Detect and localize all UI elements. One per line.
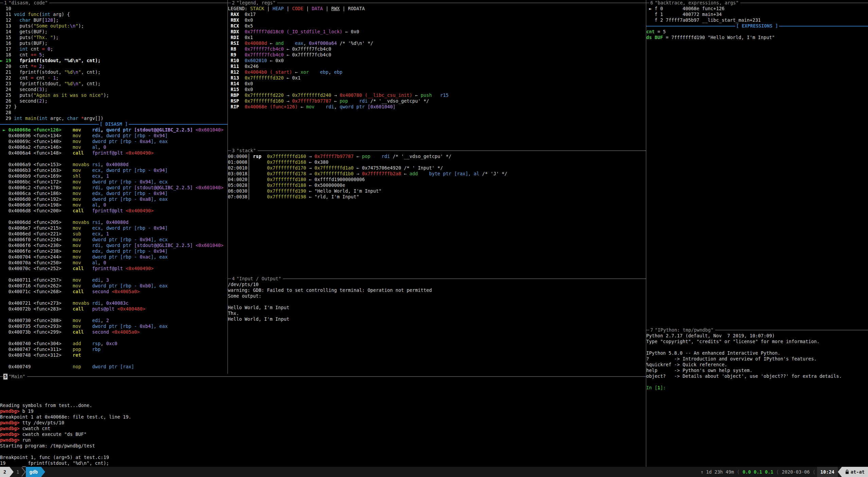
text-segment: ]: [165, 225, 167, 231]
expressions-section-divider: [ EXPRESSIONS ]: [646, 23, 868, 29]
text-segment: ret: [73, 352, 81, 358]
pane-stack[interactable]: 3"stack" 00:0000│ rsp 0x7fffffffd160 → 0…: [228, 148, 646, 276]
text-segment: 2: [106, 318, 109, 323]
text-segment: ]: [165, 133, 167, 138]
pane-title: "backtrace, expressions, args": [655, 0, 739, 6]
text-segment: [36, 52, 39, 57]
text-segment: 0x0: [245, 81, 253, 86]
text-segment: edx, dword ptr [rbp -: [92, 191, 154, 196]
text-segment: , cnt);: [81, 69, 101, 75]
text-segment: 0x40068e (func+126): [245, 104, 297, 109]
text-segment: 0x40070a <func+250>: [0, 260, 73, 265]
text-segment: Type "copyright", "credits" or "license"…: [646, 339, 819, 344]
text-segment: ,: [101, 277, 106, 283]
pane-disasm-code[interactable]: 1"disasm, code" 10 11 void func(int arg)…: [0, 0, 228, 374]
terminal-line: pwndbg> cwatch execute "ds BUF": [0, 431, 646, 437]
terminal-line: 15 puts("Thx. ");: [0, 35, 228, 40]
text-segment: ← 0x7475706e4920 /* ' Input' */: [354, 165, 443, 171]
backtrace-listing: ► f 0 40068e func+126 f 1 400772 main+34…: [646, 6, 868, 23]
text-segment: [stdout@@GLIBC_2.2.5]: [134, 127, 193, 132]
pane-border-vertical-left[interactable]: [228, 0, 228, 374]
text-segment: 0x40070c <func+252>: [0, 266, 73, 271]
text-segment: 0x40080d: [106, 219, 129, 225]
terminal-line: RSI 0x40080d ← and eax, 0x4f000a64 /* '%…: [228, 40, 646, 46]
text-segment: <0x400490>: [126, 150, 153, 156]
text-segment: rsp: [253, 154, 261, 159]
text-segment: ecx: [92, 231, 101, 236]
text-segment: [stdout@@GLIBC_2.2.5]: [134, 185, 193, 190]
text-segment: ← "rld, I'm Input": [306, 194, 359, 199]
border-dash: [0, 376, 3, 377]
terminal-line: 12 char BUF[128];: [0, 17, 228, 23]
border-line: [49, 3, 228, 3]
text-segment: [348, 98, 359, 104]
text-segment: RDX: [228, 29, 245, 34]
text-segment: →: [284, 98, 292, 104]
terminal-line: Hello World, I'm Input: [228, 316, 646, 322]
terminal-line: RAX 0x17: [228, 12, 646, 17]
pane-border-vertical-right[interactable]: [646, 0, 646, 467]
text-segment: 0x4006b3 <func+163>: [0, 167, 73, 173]
text-segment: RBX: [228, 17, 245, 23]
text-segment: →: [306, 154, 314, 159]
text-segment: 0x7fffffffd240: [292, 92, 331, 98]
text-segment: 0x7fffffffd178: [267, 171, 306, 176]
session-badge[interactable]: 2: [0, 467, 10, 477]
text-segment: 0x17: [245, 12, 256, 17]
text-segment: <0x601040>: [196, 185, 223, 190]
text-segment: 0x7ffff7fcb4c0: [245, 46, 284, 52]
text-segment: ], eax: [151, 283, 167, 288]
text-segment: 0x400704 <func+244>: [0, 254, 73, 260]
pane-number: 7: [650, 327, 654, 333]
terminal-line: IPython 5.8.0 -- An enhanced Interactive…: [646, 350, 868, 356]
text-segment: ], ecx: [151, 179, 167, 184]
terminal-line: 0x4006ca <func+186> mov edx, dword ptr […: [0, 191, 228, 196]
text-segment: );: [78, 23, 84, 29]
terminal-line: 0x4006bc <func+172> mov dword ptr [rbp -…: [0, 179, 228, 185]
text-segment: [81, 243, 92, 248]
active-window-tab[interactable]: gdb: [26, 467, 41, 477]
pane-ipython[interactable]: 7"IPython: tmp/pwndbg" Python 2.7.17 (de…: [646, 327, 868, 467]
text-segment: 15 puts(: [0, 35, 34, 40]
text-segment: mov: [73, 185, 81, 190]
text-segment: int: [42, 12, 50, 17]
terminal-line: [0, 335, 228, 341]
text-segment: ]: [165, 248, 167, 254]
pane-title: "Input / Output": [236, 276, 281, 282]
pane-main-gdb[interactable]: 5"Main" Reading symbols from test...done…: [0, 374, 646, 467]
lock-icon: [845, 470, 849, 474]
ipython-console[interactable]: Python 2.7.17 (default, Nov 7 2019, 10:0…: [646, 333, 868, 391]
text-segment: ►: [0, 127, 8, 132]
text-segment: mov: [73, 144, 81, 150]
text-segment: ←: [412, 92, 421, 98]
text-segment: 0x94: [154, 225, 165, 231]
source-listing: 10 11 void func(int arg) { 12 char BUF[1…: [0, 6, 228, 121]
text-segment: , cnt);: [81, 81, 101, 86]
text-segment: ? -> Introduction and overview of IPytho…: [646, 356, 817, 361]
text-segment: [84, 208, 92, 213]
terminal-line: RIP 0x40068e (func+126) ← mov rdi, qword…: [228, 104, 646, 110]
text-segment: ←: [292, 69, 301, 75]
terminal-line: 0x4006a9 <func+153> movabs rsi, 0x40080d: [0, 162, 228, 167]
pane-legend-regs[interactable]: 2"legend, regs" LEGEND: STACK | HEAP | C…: [228, 0, 646, 148]
gdb-console[interactable]: Reading symbols from test...done.pwndbg>…: [0, 379, 646, 467]
text-segment: →: [306, 165, 314, 171]
terminal-line: help -> Python's own help system.: [646, 368, 868, 373]
text-segment: pop: [362, 154, 370, 159]
text-segment: rsi: [92, 162, 101, 167]
text-segment: /* '%d\n' */: [337, 40, 373, 46]
terminal-line: 0x4006e7 <func+215> mov ecx, dword ptr […: [0, 225, 228, 231]
pane-backtrace-expressions[interactable]: 6"backtrace, expressions, args" ► f 0 40…: [646, 0, 868, 327]
text-segment: dword ptr [rbp -: [92, 139, 140, 144]
terminal-line: 0x400735 <func+293> mov dword ptr [rbp -…: [0, 323, 228, 329]
pane-input-output[interactable]: 4"Input / Output" /dev/pts/10warning: GD…: [228, 276, 646, 374]
text-segment: movabs: [73, 162, 89, 167]
text-segment: 0x400740 <func+304>: [0, 341, 73, 346]
text-segment: 0x400735 <func+293>: [0, 323, 73, 329]
text-segment: ← "Hello World, I'm Input": [306, 188, 381, 194]
text-segment: (: [36, 116, 39, 121]
text-segment: mov: [73, 237, 81, 242]
text-segment: 0x7fffffffd1b0: [314, 171, 354, 176]
text-segment: [81, 248, 92, 254]
terminal-line: /dev/pts/10: [228, 282, 646, 287]
